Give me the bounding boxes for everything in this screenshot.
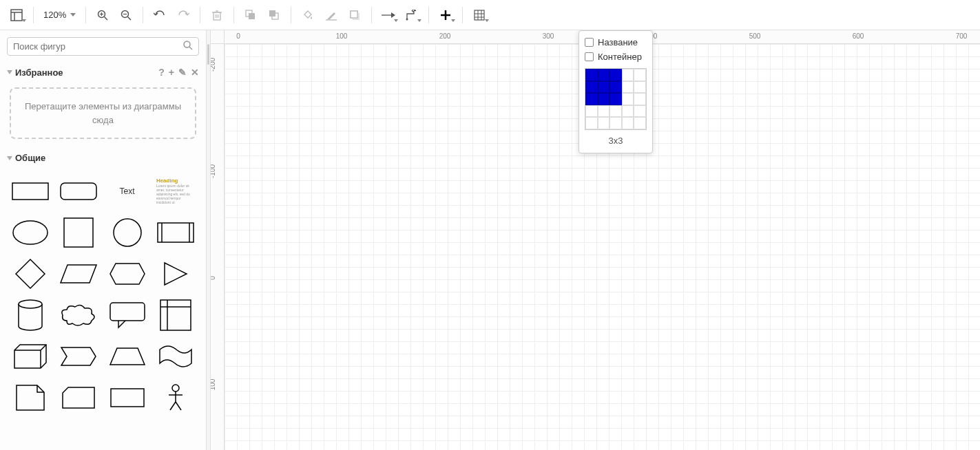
svg-rect-40: [158, 223, 194, 242]
table-picker-cell[interactable]: [609, 93, 622, 105]
shape-rounded-rectangle[interactable]: [56, 173, 101, 210]
shape-callout[interactable]: [105, 297, 149, 334]
redo-button[interactable]: [172, 4, 194, 26]
view-button[interactable]: [6, 4, 28, 26]
connection-button[interactable]: [377, 4, 399, 26]
shape-rectangle[interactable]: [8, 173, 52, 210]
table-size-picker[interactable]: [585, 68, 647, 130]
shape-note[interactable]: [8, 379, 52, 416]
ruler-vertical[interactable]: -200-1000100: [211, 44, 225, 450]
shape-tape[interactable]: [154, 338, 198, 375]
search-input-wrap[interactable]: [7, 37, 199, 56]
svg-rect-35: [12, 183, 48, 200]
shape-textbox[interactable]: HeadingLorem ipsum dolor sit amet, conse…: [154, 173, 198, 210]
edit-icon[interactable]: ✎: [178, 67, 187, 78]
svg-rect-28: [475, 10, 484, 20]
add-icon[interactable]: +: [169, 67, 174, 78]
shape-parallelogram[interactable]: [56, 255, 101, 292]
table-picker-cell[interactable]: [634, 117, 646, 129]
svg-rect-36: [61, 183, 96, 200]
zoom-dropdown[interactable]: 120%: [39, 4, 80, 26]
zoom-in-button[interactable]: [92, 4, 114, 26]
undo-button[interactable]: [149, 4, 171, 26]
shape-card[interactable]: [56, 379, 101, 416]
shape-diamond[interactable]: [8, 255, 52, 292]
svg-point-49: [172, 385, 179, 392]
insert-button[interactable]: [435, 4, 457, 26]
table-picker-cell[interactable]: [634, 81, 646, 94]
separator: [428, 7, 429, 23]
table-picker-cell[interactable]: [622, 117, 634, 129]
shape-step[interactable]: [56, 338, 101, 375]
table-picker-cell[interactable]: [622, 81, 634, 94]
table-picker-cell[interactable]: [609, 81, 622, 94]
svg-line-34: [189, 47, 192, 50]
svg-point-39: [114, 219, 141, 246]
table-picker-cell[interactable]: [585, 105, 598, 118]
zoom-label: 120%: [43, 10, 66, 20]
shape-ellipse[interactable]: [8, 214, 52, 251]
table-picker-cell[interactable]: [585, 93, 598, 105]
table-picker-cell[interactable]: [622, 105, 634, 118]
table-picker-cell[interactable]: [609, 69, 622, 81]
table-picker-cell[interactable]: [622, 69, 634, 81]
table-picker-cell[interactable]: [622, 93, 634, 105]
ruler-tick: 300: [543, 32, 554, 40]
shape-hexagon[interactable]: [105, 255, 149, 292]
shape-text[interactable]: Text: [105, 173, 149, 210]
table-picker-cell[interactable]: [598, 69, 610, 81]
table-picker-cell[interactable]: [609, 117, 622, 129]
search-icon[interactable]: [183, 41, 193, 52]
favorites-dropzone[interactable]: Перетащите элементы из диаграммы сюда: [10, 87, 196, 139]
delete-button[interactable]: [206, 4, 228, 26]
shape-cloud[interactable]: [56, 297, 101, 334]
to-front-button[interactable]: [240, 4, 262, 26]
table-picker-cell[interactable]: [585, 117, 598, 129]
shape-rect2[interactable]: [105, 379, 149, 416]
shape-trapezoid[interactable]: [105, 338, 149, 375]
waypoints-button[interactable]: [401, 4, 423, 26]
table-picker-cell[interactable]: [598, 117, 610, 129]
ruler-tick: -100: [211, 164, 216, 178]
table-picker-cell[interactable]: [634, 105, 646, 118]
table-size-label: 3x3: [585, 136, 647, 146]
search-wrap: [0, 30, 206, 63]
table-picker-cell[interactable]: [609, 105, 622, 118]
fill-color-button[interactable]: [297, 4, 319, 26]
table-picker-cell[interactable]: [634, 69, 646, 81]
shape-triangle[interactable]: [154, 255, 198, 292]
svg-rect-20: [326, 19, 337, 21]
shadow-button[interactable]: [344, 4, 366, 26]
to-back-button[interactable]: [263, 4, 285, 26]
zoom-out-button[interactable]: [115, 4, 137, 26]
popup-title-option[interactable]: Название: [585, 35, 647, 50]
table-picker-cell[interactable]: [598, 105, 610, 118]
ruler-tick: 200: [439, 32, 451, 40]
shape-process[interactable]: [154, 214, 198, 251]
table-picker-cell[interactable]: [634, 93, 646, 105]
shape-cube[interactable]: [8, 338, 52, 375]
line-color-button[interactable]: [320, 4, 342, 26]
general-header[interactable]: Общие: [0, 149, 206, 167]
ruler-tick: 100: [336, 32, 348, 40]
table-picker-cell[interactable]: [598, 81, 610, 94]
favorites-tools: ? + ✎ ✕: [158, 67, 199, 78]
shape-actor[interactable]: [154, 379, 198, 416]
separator: [200, 7, 200, 23]
shape-internal-storage[interactable]: [154, 297, 198, 334]
ruler-tick: 700: [956, 32, 968, 40]
separator: [33, 7, 34, 23]
table-picker-cell[interactable]: [585, 81, 598, 94]
shape-cylinder[interactable]: [8, 297, 52, 334]
table-picker-cell[interactable]: [585, 69, 598, 81]
help-icon[interactable]: ?: [158, 67, 165, 78]
table-button[interactable]: [468, 4, 490, 26]
table-picker-cell[interactable]: [598, 93, 610, 105]
search-input[interactable]: [13, 41, 183, 52]
close-icon[interactable]: ✕: [191, 67, 199, 78]
favorites-header[interactable]: Избранное ? + ✎ ✕: [0, 63, 206, 82]
shape-square[interactable]: [56, 214, 101, 251]
popup-container-option[interactable]: Контейнер: [585, 50, 647, 64]
shape-circle[interactable]: [105, 214, 149, 251]
canvas[interactable]: 0100200300400500600700 -200-1000100 Назв…: [211, 30, 980, 450]
